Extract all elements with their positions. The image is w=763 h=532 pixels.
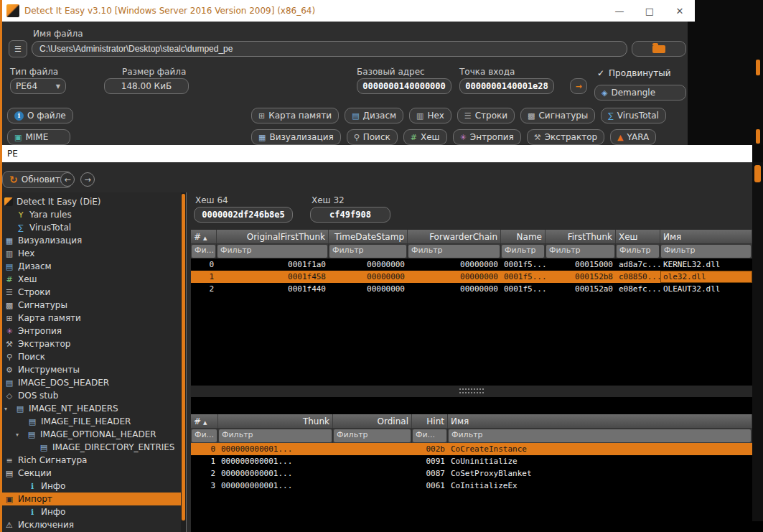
toolbar-button-disasm[interactable]: ▤Дизасм bbox=[345, 108, 403, 123]
sidebar-item-extractor[interactable]: ⚒Экстрактор bbox=[0, 337, 181, 350]
table-cell[interactable]: 0001f440 bbox=[217, 283, 329, 295]
table-cell[interactable]: 00000000 bbox=[408, 271, 501, 283]
toolbar-button-extractor[interactable]: ⚒Экстрактор bbox=[527, 129, 604, 145]
tab-pe[interactable]: PE bbox=[7, 149, 18, 159]
sidebar-item-image-directory-entries[interactable]: ▤IMAGE_DIRECTORY_ENTRIES bbox=[0, 441, 181, 454]
filter-input[interactable]: Фильтр bbox=[546, 245, 614, 258]
toolbar-button-virustotal[interactable]: ∑VirusTotal bbox=[601, 108, 666, 123]
table-cell[interactable]: CoCreateInstance bbox=[448, 443, 752, 455]
table-cell[interactable]: 000000000001... bbox=[218, 480, 333, 492]
filter-input[interactable]: Фильтр bbox=[449, 429, 751, 442]
table-cell[interactable] bbox=[333, 467, 412, 480]
table-cell[interactable]: 00000000 bbox=[329, 258, 408, 271]
sidebar-item-virustotal[interactable]: ∑VirusTotal bbox=[0, 221, 181, 234]
toolbar-button-yara[interactable]: ▲YARA bbox=[610, 129, 656, 145]
base-address-value[interactable]: 0000000140000000 bbox=[357, 78, 451, 94]
table-cell[interactable] bbox=[333, 443, 412, 455]
table-row[interactable]: 20001f44000000000000000000001f5...000152… bbox=[191, 283, 752, 295]
table-cell[interactable]: 00000000 bbox=[408, 283, 501, 295]
scrollbar-thumb[interactable] bbox=[754, 165, 761, 182]
filter-input[interactable]: Фильтр bbox=[217, 245, 327, 258]
table-cell[interactable]: 1 bbox=[191, 271, 217, 283]
sidebar-item-entropy[interactable]: ✳Энтропия bbox=[0, 325, 181, 337]
filter-input[interactable]: Фильтр bbox=[502, 245, 544, 258]
sidebar-item-yara-rules[interactable]: YYara rules bbox=[0, 208, 181, 221]
toolbar-button-memory-map[interactable]: ⊞Карта памяти bbox=[251, 108, 339, 123]
sidebar-item-image-file-header[interactable]: ▤IMAGE_FILE_HEADER bbox=[0, 415, 181, 428]
toolbar-button-hash[interactable]: #Хеш bbox=[403, 129, 447, 145]
sidebar-item-sections[interactable]: ▤Секции bbox=[0, 467, 181, 480]
table-row[interactable]: 00001f1a000000000000000000001f5...000150… bbox=[191, 258, 752, 271]
column-header--[interactable]: Имя bbox=[660, 230, 752, 243]
filter-input[interactable]: Фи... bbox=[192, 245, 215, 258]
table-cell[interactable]: 00000000 bbox=[329, 271, 408, 283]
table-cell[interactable]: KERNEL32.dll bbox=[660, 258, 752, 271]
sidebar-item-import[interactable]: ▣Импорт bbox=[0, 493, 181, 505]
sidebar-item-image-optional-header[interactable]: ▾▤IMAGE_OPTIONAL_HEADER bbox=[0, 428, 181, 441]
column-header-name[interactable]: Name bbox=[501, 230, 546, 243]
sidebar-item-info[interactable]: ℹИнфо bbox=[0, 480, 181, 493]
toolbar-button-visualization[interactable]: ▦Визуализация bbox=[251, 129, 341, 145]
filter-input[interactable]: Фи... bbox=[192, 429, 217, 442]
expand-arrow-icon[interactable]: ▾ bbox=[16, 431, 23, 438]
sidebar-item-image-dos-header[interactable]: ▤IMAGE_DOS_HEADER bbox=[0, 376, 181, 389]
column-header--[interactable]: #▲ bbox=[191, 230, 217, 243]
about-file-button[interactable]: i О файле bbox=[7, 108, 73, 123]
table-cell[interactable]: 0001f5... bbox=[501, 258, 546, 271]
sidebar-scrollbar[interactable] bbox=[181, 192, 186, 532]
right-scrollbar[interactable] bbox=[752, 162, 763, 532]
toolbar-button-hex[interactable]: ▥Hex bbox=[409, 108, 451, 123]
goto-entry-point-button[interactable]: → bbox=[570, 78, 587, 94]
sidebar-item-rich[interactable]: ≡Rich Сигнатура bbox=[0, 454, 181, 467]
table-cell[interactable]: 0087 bbox=[412, 467, 448, 480]
column-header-thunk[interactable]: Thunk bbox=[218, 414, 333, 428]
sidebar-item-detect-it-easy-die[interactable]: Detect It Easy (DiE) bbox=[0, 195, 181, 208]
sidebar-item-memory-map[interactable]: ⊞Карта памяти bbox=[0, 312, 181, 325]
table-cell[interactable]: e08efc... bbox=[616, 283, 660, 295]
table-cell[interactable]: 00015000 bbox=[546, 258, 616, 271]
table-cell[interactable]: 0001f5... bbox=[501, 283, 546, 295]
table-cell[interactable]: 2 bbox=[191, 467, 218, 480]
toolbar-button-search[interactable]: ⚲Поиск bbox=[347, 129, 398, 145]
minimize-button[interactable]: — bbox=[604, 0, 635, 22]
table-cell[interactable]: ole32.dll bbox=[660, 271, 752, 283]
table-row[interactable]: 10001f45800000000000000000001f5...000152… bbox=[191, 271, 752, 283]
table-row[interactable]: 3000000000001...0061CoInitializeEx bbox=[191, 480, 752, 492]
expand-arrow-icon[interactable]: ▾ bbox=[4, 406, 11, 412]
column-header--[interactable]: Хеш bbox=[616, 230, 660, 243]
sidebar-item-disasm[interactable]: ▤Дизасм bbox=[0, 260, 181, 273]
file-path-input[interactable] bbox=[32, 41, 627, 57]
sidebar-item-exceptions[interactable]: ⚠Исключения bbox=[0, 518, 181, 531]
table-cell[interactable]: 0 bbox=[191, 443, 218, 455]
sidebar-item-signatures[interactable]: ▩Сигнатуры bbox=[0, 299, 181, 312]
sidebar-item-dos-stub[interactable]: ◇DOS stub bbox=[0, 389, 181, 402]
table-cell[interactable]: OLEAUT32.dll bbox=[660, 283, 752, 295]
table-cell[interactable]: 0001f5... bbox=[501, 271, 546, 283]
filter-input[interactable]: Фильтр bbox=[334, 429, 411, 442]
table-cell[interactable]: 0091 bbox=[412, 455, 448, 467]
column-header-ordinal[interactable]: Ordinal bbox=[333, 414, 412, 428]
column-header--[interactable]: #▲ bbox=[191, 414, 218, 428]
table-cell[interactable]: 000000000001... bbox=[218, 443, 333, 455]
table-cell[interactable]: c08850... bbox=[616, 271, 660, 283]
table-cell[interactable]: 0001f458 bbox=[217, 271, 329, 283]
open-file-button[interactable] bbox=[632, 41, 686, 57]
table-cell[interactable]: 002b bbox=[412, 443, 448, 455]
filter-input[interactable]: Фи... bbox=[413, 429, 446, 442]
table-row[interactable]: 1000000000001...0091CoUninitialize bbox=[191, 455, 752, 467]
sidebar-item-image-nt-headers[interactable]: ▾▤IMAGE_NT_HEADERS bbox=[0, 402, 181, 415]
maximize-button[interactable]: □ bbox=[635, 0, 665, 22]
table-cell[interactable]: 1 bbox=[191, 455, 218, 467]
table-cell[interactable]: 2 bbox=[191, 283, 217, 295]
sidebar-item-search[interactable]: ⚲Поиск bbox=[0, 350, 181, 363]
back-button[interactable]: ← bbox=[60, 172, 75, 187]
sidebar-item-hash[interactable]: #Хеш bbox=[0, 273, 181, 286]
table-cell[interactable]: 00000000 bbox=[408, 258, 501, 271]
table-cell[interactable]: 000152b8 bbox=[546, 271, 616, 283]
advanced-checkbox[interactable]: ✓ Продвинутый bbox=[597, 68, 670, 78]
close-button[interactable]: ✕ bbox=[665, 0, 695, 22]
table-cell[interactable]: CoInitializeEx bbox=[448, 480, 752, 492]
vertical-splitter[interactable] bbox=[186, 192, 191, 532]
table-cell[interactable]: 3 bbox=[191, 480, 218, 492]
filter-input[interactable]: Фильтр bbox=[329, 245, 406, 258]
